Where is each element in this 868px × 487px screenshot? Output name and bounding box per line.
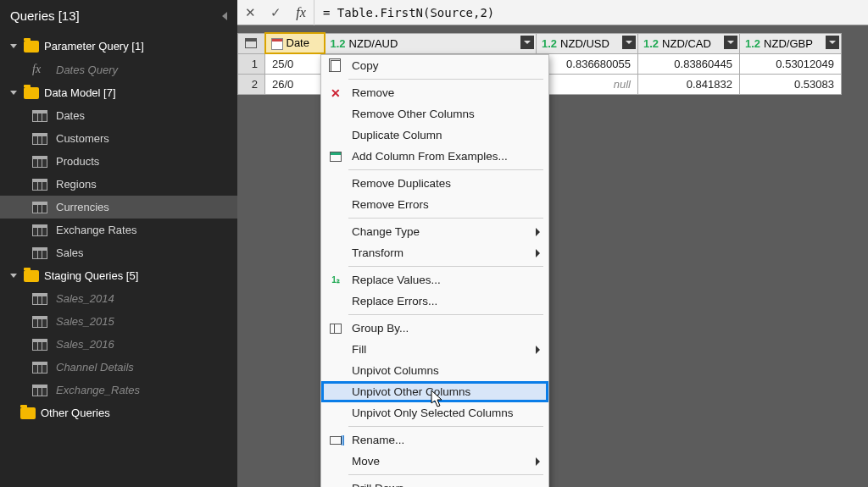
query-label: Regions — [56, 178, 97, 191]
table-icon — [328, 149, 343, 164]
menu-copy[interactable]: Copy — [321, 55, 548, 76]
menu-remove-other-columns[interactable]: Remove Other Columns — [321, 103, 548, 125]
query-item-sales-2015[interactable]: Sales_2015 — [0, 310, 237, 333]
fx-icon: fx — [32, 63, 47, 76]
table-icon — [32, 133, 47, 145]
caret-down-icon — [10, 44, 17, 48]
query-item-sales-2016[interactable]: Sales_2016 — [0, 333, 237, 356]
column-header-gbp[interactable]: 1.2NZD/GBP — [740, 33, 842, 53]
table-icon — [32, 224, 47, 236]
collapse-sidebar-icon[interactable] — [222, 12, 227, 20]
query-label: Currencies — [56, 201, 109, 213]
column-label: NZD/USD — [560, 37, 609, 50]
query-item-channel-details[interactable]: Channel Details — [0, 356, 237, 379]
group-parameter-query[interactable]: Parameter Query [1] — [0, 35, 237, 58]
select-all-corner[interactable] — [238, 33, 265, 53]
menu-unpivot-other-columns[interactable]: Unpivot Other Columns — [321, 381, 548, 402]
group-label: Staging Queries [5] — [44, 269, 138, 282]
query-item-dates-query[interactable]: fx Dates Query — [0, 58, 237, 81]
menu-separator — [348, 314, 543, 315]
query-label: Sales_2015 — [56, 315, 114, 328]
column-header-cad[interactable]: 1.2NZD/CAD — [638, 33, 740, 53]
cell-gbp[interactable]: 0.53083 — [740, 74, 842, 94]
menu-move[interactable]: Move — [321, 451, 548, 472]
column-header-hidden[interactable]: 1.2NZD/AUD — [325, 33, 537, 53]
cell-usd[interactable]: 0.836680055 — [537, 53, 638, 74]
submenu-arrow-icon — [536, 249, 540, 257]
menu-unpivot-only-selected[interactable]: Unpivot Only Selected Columns — [321, 402, 548, 423]
row-number: 2 — [238, 74, 265, 94]
column-filter-icon[interactable] — [622, 36, 636, 49]
cell-gbp[interactable]: 0.53012049 — [740, 53, 842, 74]
menu-transform[interactable]: Transform — [321, 242, 548, 263]
query-item-sales-2014[interactable]: Sales_2014 — [0, 287, 237, 310]
column-header-date[interactable]: Date — [265, 33, 325, 53]
menu-separator — [348, 474, 543, 475]
column-filter-icon[interactable] — [724, 36, 737, 49]
table-icon — [32, 156, 47, 168]
query-label: Dates — [56, 109, 85, 122]
query-label: Sales_2014 — [56, 292, 114, 305]
group-data-model[interactable]: Data Model [7] — [0, 81, 237, 104]
sidebar-header: Queries [13] — [0, 0, 237, 31]
menu-replace-errors[interactable]: Replace Errors... — [321, 291, 548, 312]
menu-remove-duplicates[interactable]: Remove Duplicates — [321, 173, 548, 194]
query-item-exchange-rates[interactable]: Exchange Rates — [0, 219, 237, 241]
column-header-usd[interactable]: 1.2NZD/USD — [537, 33, 638, 53]
caret-down-icon — [10, 274, 17, 278]
cell-cad[interactable]: 0.841832 — [638, 74, 740, 94]
menu-rename[interactable]: Rename... — [321, 429, 548, 451]
query-item-dates[interactable]: Dates — [0, 104, 237, 127]
menu-separator — [348, 79, 543, 80]
caret-down-icon — [10, 91, 17, 95]
query-item-sales[interactable]: Sales — [0, 241, 237, 264]
replace-icon: 1₂ — [328, 273, 343, 288]
query-item-regions[interactable]: Regions — [0, 173, 237, 196]
menu-group-by[interactable]: Group By... — [321, 318, 548, 339]
query-item-customers[interactable]: Customers — [0, 127, 237, 150]
group-staging-queries[interactable]: Staging Queries [5] — [0, 264, 237, 287]
group-other-queries[interactable]: Other Queries — [0, 401, 237, 424]
menu-drill-down[interactable]: Drill Down — [321, 478, 548, 487]
queries-tree: Parameter Query [1] fx Dates Query Data … — [0, 31, 237, 428]
menu-add-column-examples[interactable]: Add Column From Examples... — [321, 146, 548, 167]
menu-separator — [348, 169, 543, 170]
query-item-products[interactable]: Products — [0, 150, 237, 173]
menu-fill[interactable]: Fill — [321, 339, 548, 360]
formula-input[interactable]: = Table.FirstN(Source,2) — [314, 0, 868, 25]
column-filter-icon[interactable] — [520, 36, 534, 49]
accept-formula-button[interactable]: ✓ — [263, 0, 288, 25]
menu-change-type[interactable]: Change Type — [321, 221, 548, 242]
table-icon — [32, 362, 47, 374]
menu-separator — [348, 266, 543, 267]
table-icon — [32, 385, 47, 396]
query-label: Exchange_Rates — [56, 384, 140, 396]
menu-duplicate-column[interactable]: Duplicate Column — [321, 125, 548, 146]
date-type-icon — [271, 38, 283, 50]
folder-icon — [20, 407, 36, 419]
formula-bar: ✕ ✓ fx = Table.FirstN(Source,2) — [237, 0, 868, 25]
remove-icon: ✕ — [328, 86, 343, 101]
cell-date[interactable]: 25/0 — [265, 53, 325, 74]
menu-replace-values[interactable]: 1₂Replace Values... — [321, 269, 548, 291]
table-icon — [32, 202, 47, 213]
submenu-arrow-icon — [536, 346, 540, 354]
query-item-currencies[interactable]: Currencies — [0, 196, 237, 219]
menu-remove[interactable]: ✕Remove — [321, 82, 548, 103]
menu-unpivot-columns[interactable]: Unpivot Columns — [321, 360, 548, 381]
group-icon — [328, 321, 343, 336]
query-item-exchange-rates-staging[interactable]: Exchange_Rates — [0, 379, 237, 401]
rename-icon — [328, 433, 343, 448]
column-filter-icon[interactable] — [826, 36, 839, 49]
fx-icon[interactable]: fx — [288, 0, 314, 25]
sidebar-title: Queries [13] — [10, 8, 80, 23]
table-icon — [32, 293, 47, 305]
query-label: Exchange Rates — [56, 224, 136, 236]
cancel-formula-button[interactable]: ✕ — [237, 0, 263, 25]
cell-date[interactable]: 26/0 — [265, 74, 325, 94]
query-label: Customers — [56, 132, 109, 145]
menu-remove-errors[interactable]: Remove Errors — [321, 194, 548, 215]
cell-cad[interactable]: 0.83860445 — [638, 53, 740, 74]
cell-usd[interactable]: null — [537, 74, 638, 94]
menu-separator — [348, 426, 543, 427]
